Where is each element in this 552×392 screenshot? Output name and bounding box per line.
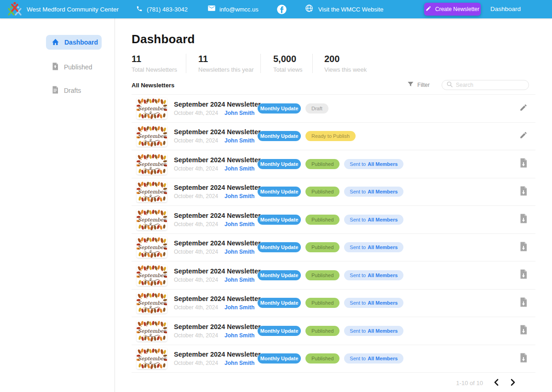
newsletter-row[interactable]: September September 2024 Newsletter Octo… bbox=[132, 150, 535, 178]
newsletter-thumbnail[interactable]: September bbox=[137, 98, 167, 119]
newsletter-thumbnail[interactable]: September bbox=[137, 237, 167, 258]
sidebar-item-label: Dashboard bbox=[64, 39, 98, 46]
search-box[interactable] bbox=[442, 80, 529, 90]
newsletter-thumbnail[interactable]: September bbox=[137, 320, 167, 341]
category-badge[interactable]: Monthly Update bbox=[258, 159, 301, 169]
status-badge: Published bbox=[305, 270, 339, 280]
newsletter-author-link[interactable]: John Smith bbox=[224, 360, 254, 366]
newsletter-row[interactable]: September September 2024 Newsletter Octo… bbox=[132, 234, 535, 262]
newsletter-author-link[interactable]: John Smith bbox=[224, 277, 254, 283]
stats-row: 11 Total Newsletters 11 Newsletters this… bbox=[132, 54, 535, 73]
stat-newsletters-this-year: 11 Newsletters this year bbox=[198, 54, 260, 73]
newsletter-info: September 2024 Newsletter October 4th, 2… bbox=[174, 100, 258, 117]
category-badge[interactable]: Monthly Update bbox=[258, 187, 301, 197]
website-link[interactable]: Visit the WMCC Website bbox=[305, 4, 384, 15]
newsletter-author-link[interactable]: John Smith bbox=[224, 165, 254, 172]
newsletter-author-link[interactable]: John Smith bbox=[224, 110, 254, 116]
newsletter-row[interactable]: September September 2024 Newsletter Octo… bbox=[132, 95, 535, 123]
newsletter-date: October 4th, 2024 bbox=[174, 193, 218, 199]
category-badge[interactable]: Monthly Update bbox=[258, 270, 301, 280]
newsletter-author-link[interactable]: John Smith bbox=[224, 332, 254, 339]
envelope-icon bbox=[208, 6, 215, 13]
create-newsletter-button[interactable]: Create Newsletter bbox=[424, 3, 481, 16]
sent-to-badge: Sent toAll Members bbox=[344, 242, 403, 252]
newsletter-thumbnail[interactable]: September bbox=[137, 265, 167, 286]
newsletter-title: September 2024 Newsletter bbox=[174, 101, 261, 108]
row-action[interactable] bbox=[518, 103, 529, 114]
category-badge[interactable]: Monthly Update bbox=[258, 242, 301, 252]
pagination: 1-10 of 10 bbox=[132, 373, 535, 392]
newsletter-author-link[interactable]: John Smith bbox=[224, 221, 254, 227]
svg-text:September: September bbox=[138, 328, 167, 334]
row-action[interactable] bbox=[518, 186, 529, 198]
row-action[interactable] bbox=[518, 242, 529, 253]
search-input[interactable] bbox=[456, 82, 520, 88]
newsletter-meta: October 4th, 2024John Smith bbox=[174, 332, 254, 339]
stat-total-newsletters: 11 Total Newsletters bbox=[132, 54, 186, 73]
row-action[interactable] bbox=[518, 353, 529, 364]
row-action[interactable] bbox=[518, 131, 529, 141]
newsletter-info: September 2024 Newsletter October 4th, 2… bbox=[174, 323, 258, 339]
row-action[interactable] bbox=[518, 214, 529, 225]
category-badge[interactable]: Monthly Update bbox=[258, 103, 301, 114]
category-badge[interactable]: Monthly Update bbox=[258, 298, 301, 308]
sidebar-item-label: Published bbox=[64, 63, 92, 71]
newsletter-title: September 2024 Newsletter bbox=[174, 351, 261, 358]
row-action[interactable] bbox=[518, 297, 529, 309]
category-badge[interactable]: Monthly Update bbox=[258, 353, 301, 364]
newsletter-author-link[interactable]: John Smith bbox=[224, 304, 254, 311]
next-page-button[interactable] bbox=[508, 378, 518, 388]
row-action[interactable] bbox=[518, 325, 529, 336]
newsletter-author-link[interactable]: John Smith bbox=[224, 249, 254, 255]
stat-label: Newsletters this year bbox=[198, 66, 260, 73]
newsletter-row[interactable]: September September 2024 Newsletter Octo… bbox=[132, 206, 535, 234]
newsletter-row[interactable]: September September 2024 Newsletter Octo… bbox=[132, 317, 535, 345]
newsletter-thumbnail[interactable]: September bbox=[137, 125, 167, 147]
newsletter-thumbnail[interactable]: September bbox=[137, 181, 167, 202]
category-badge[interactable]: Monthly Update bbox=[258, 131, 301, 141]
website-link-label: Visit the WMCC Website bbox=[318, 6, 384, 13]
facebook-icon[interactable] bbox=[277, 5, 287, 14]
prev-page-button[interactable] bbox=[491, 378, 501, 388]
newsletter-row[interactable]: September September 2024 Newsletter Octo… bbox=[132, 178, 535, 206]
stat-label: Total views bbox=[273, 66, 312, 73]
newsletter-author-link[interactable]: John Smith bbox=[224, 193, 254, 199]
sent-to-prefix: Sent to bbox=[350, 300, 366, 306]
row-action[interactable] bbox=[518, 158, 529, 170]
newsletter-row[interactable]: September September 2024 Newsletter Octo… bbox=[132, 123, 535, 151]
stat-divider bbox=[312, 54, 313, 73]
sidebar-item-dashboard[interactable]: Dashboard bbox=[46, 35, 102, 50]
newsletter-row[interactable]: September September 2024 Newsletter Octo… bbox=[132, 290, 535, 318]
newsletter-meta: October 4th, 2024John Smith bbox=[174, 193, 254, 199]
sidebar-item-label: Drafts bbox=[64, 87, 81, 94]
download-file-icon bbox=[520, 353, 527, 364]
newsletter-thumbnail[interactable]: September bbox=[137, 209, 167, 230]
newsletter-row[interactable]: September September 2024 Newsletter Octo… bbox=[132, 261, 535, 290]
sent-to-badge: Sent toAll Members bbox=[344, 298, 403, 308]
newsletter-title: September 2024 Newsletter bbox=[174, 295, 261, 302]
newsletter-thumbnail[interactable]: September bbox=[137, 153, 167, 175]
category-badge[interactable]: Monthly Update bbox=[258, 215, 301, 225]
create-newsletter-label: Create Newsletter bbox=[435, 6, 479, 12]
newsletter-row[interactable]: September September 2024 Newsletter Octo… bbox=[132, 345, 535, 373]
filter-button[interactable]: Filter bbox=[408, 82, 430, 89]
category-badge[interactable]: Monthly Update bbox=[258, 326, 301, 336]
download-file-icon bbox=[520, 214, 527, 225]
email-link[interactable]: info@wmcc.us bbox=[208, 6, 259, 13]
sidebar-item-drafts[interactable]: Drafts bbox=[46, 83, 102, 98]
svg-text:September: September bbox=[138, 300, 167, 306]
row-action[interactable] bbox=[518, 269, 529, 281]
phone-link[interactable]: (781) 483-3042 bbox=[136, 6, 188, 13]
newsletter-thumbnail[interactable]: September bbox=[137, 292, 167, 313]
status-badge: Published bbox=[305, 298, 339, 308]
nav-dashboard-link[interactable]: Dashboard bbox=[490, 6, 521, 12]
newsletter-thumbnail[interactable]: September bbox=[137, 348, 167, 369]
sidebar-item-published[interactable]: Published bbox=[46, 60, 102, 74]
sent-to-target: All Members bbox=[368, 161, 397, 167]
home-icon bbox=[52, 38, 59, 46]
newsletter-author-link[interactable]: John Smith bbox=[224, 137, 254, 144]
status-badge: Ready to Publish bbox=[305, 131, 356, 141]
search-icon bbox=[447, 81, 453, 89]
stat-divider bbox=[260, 54, 261, 73]
newsletter-date: October 4th, 2024 bbox=[174, 304, 218, 311]
